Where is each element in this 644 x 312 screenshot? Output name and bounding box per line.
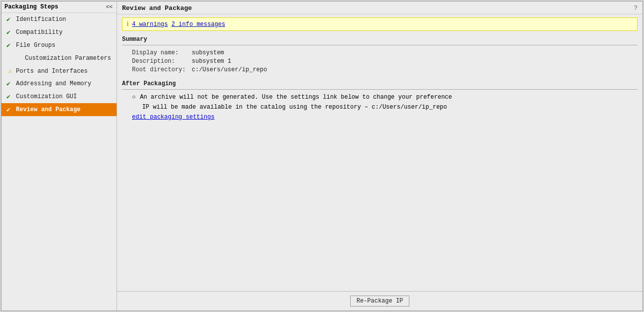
check-icon: ✔: [6, 41, 13, 49]
sidebar: Packaging Steps << ✔ Identification ✔ Co…: [1, 1, 117, 311]
sidebar-item-label: Ports and Interfaces: [16, 68, 88, 75]
warnings-link[interactable]: 4 warnings: [132, 21, 168, 28]
summary-row-root-directory: Root directory: c:/Users/user/ip_repo: [132, 66, 638, 73]
sidebar-item-addressing-and-memory[interactable]: ✔ Addressing and Memory: [1, 77, 117, 90]
summary-divider: [122, 45, 638, 45]
after-packaging-list: ○ An archive will not be generated. Use …: [132, 94, 638, 111]
after-item-text: IP will be made available in the catalog…: [142, 104, 447, 111]
display-name-value: subsystem: [192, 49, 224, 56]
summary-table: Display name: subsystem Description: sub…: [132, 49, 638, 73]
content-header: Review and Package ?: [117, 1, 643, 14]
main-content: Review and Package ? ℹ 4 warnings 2 info…: [117, 1, 643, 311]
after-item-catalog: IP will be made available in the catalog…: [132, 104, 638, 111]
sidebar-item-ports-and-interfaces[interactable]: ⚠ Ports and Interfaces: [1, 65, 117, 77]
after-packaging-divider: [122, 89, 638, 90]
sidebar-item-review-and-package[interactable]: ✔ Review and Package: [1, 103, 117, 116]
sidebar-item-label: Compatibility: [16, 29, 63, 36]
after-packaging-title: After Packaging: [122, 80, 638, 87]
description-label: Description:: [132, 58, 192, 65]
help-button[interactable]: ?: [634, 5, 638, 12]
warning-bar: ℹ 4 warnings 2 info messages: [122, 17, 638, 31]
check-icon: ✔: [6, 28, 13, 36]
check-icon: ✔: [6, 93, 13, 101]
sidebar-item-label: Addressing and Memory: [16, 80, 91, 87]
summary-section: Summary Display name: subsystem Descript…: [122, 36, 638, 73]
sidebar-header: Packaging Steps <<: [1, 1, 117, 13]
summary-row-display-name: Display name: subsystem: [132, 49, 638, 56]
warning-icon: ⚠: [6, 67, 13, 75]
root-directory-label: Root directory:: [132, 66, 192, 73]
after-packaging-section: After Packaging ○ An archive will not be…: [122, 80, 638, 121]
sidebar-item-label: Customization GUI: [16, 93, 77, 100]
warning-bar-content: 4 warnings 2 info messages: [132, 21, 225, 28]
summary-title: Summary: [122, 36, 638, 43]
info-icon: ℹ: [127, 20, 129, 28]
after-item-text: An archive will not be generated. Use th…: [140, 94, 452, 101]
root-directory-value: c:/Users/user/ip_repo: [192, 66, 267, 73]
info-messages-link[interactable]: 2 info messages: [171, 21, 225, 28]
page-title: Review and Package: [122, 4, 192, 12]
summary-row-description: Description: subsystem 1: [132, 58, 638, 65]
sidebar-title: Packaging Steps: [4, 3, 58, 10]
sidebar-item-label: Review and Package: [16, 106, 81, 113]
sidebar-item-label: Customization Parameters: [25, 55, 111, 62]
sidebar-item-compatibility[interactable]: ✔ Compatibility: [1, 26, 117, 39]
after-item-archive: ○ An archive will not be generated. Use …: [132, 94, 638, 101]
blank-bullet: [132, 104, 139, 111]
check-icon: ✔: [6, 80, 13, 88]
sidebar-collapse-button[interactable]: <<: [105, 4, 114, 10]
description-value: subsystem 1: [192, 58, 231, 65]
repackage-button[interactable]: Re-Package IP: [350, 296, 410, 307]
bottom-bar: Re-Package IP: [117, 291, 643, 311]
sidebar-item-label: Identification: [16, 16, 66, 23]
sidebar-item-file-groups[interactable]: ✔ File Groups: [1, 39, 117, 52]
display-name-label: Display name:: [132, 49, 192, 56]
bullet-icon: ○: [132, 94, 137, 101]
content-body: ℹ 4 warnings 2 info messages Summary Dis…: [117, 14, 643, 291]
edit-packaging-settings-link[interactable]: edit packaging settings: [132, 114, 638, 121]
sidebar-item-customization-parameters[interactable]: ✔ Customization Parameters: [1, 52, 117, 65]
check-icon: ✔: [6, 15, 13, 23]
check-icon: ✔: [6, 106, 13, 114]
sidebar-item-identification[interactable]: ✔ Identification: [1, 13, 117, 26]
sidebar-item-customization-gui[interactable]: ✔ Customization GUI: [1, 90, 117, 103]
sidebar-item-label: File Groups: [16, 42, 55, 49]
